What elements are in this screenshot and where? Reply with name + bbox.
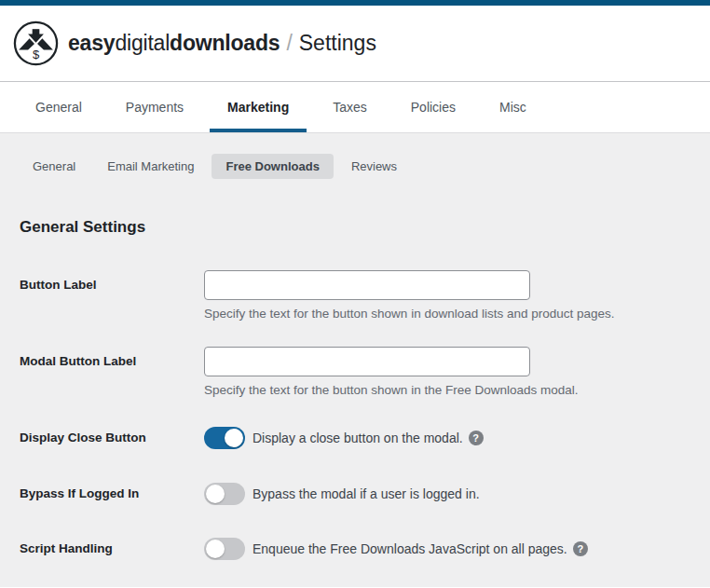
toggle-knob bbox=[225, 429, 243, 447]
help-icon[interactable]: ? bbox=[469, 431, 484, 445]
setting-row-display-close-button: Display Close Button Display a close but… bbox=[0, 427, 710, 449]
tab-policies[interactable]: Policies bbox=[393, 82, 473, 132]
setting-description: Bypass the modal if a user is logged in. bbox=[253, 486, 480, 501]
display-close-button-toggle[interactable] bbox=[204, 427, 245, 449]
setting-label: Modal Button Label bbox=[0, 347, 204, 397]
setting-row-script-handling: Script Handling Enqueue the Free Downloa… bbox=[0, 538, 710, 560]
setting-description: Specify the text for the button shown in… bbox=[204, 383, 689, 397]
setting-label: Display Close Button bbox=[0, 427, 204, 449]
subtab-general[interactable]: General bbox=[19, 154, 89, 179]
settings-subtab-bar: General Email Marketing Free Downloads R… bbox=[0, 133, 710, 194]
setting-label: Button Label bbox=[0, 270, 204, 321]
setting-description: Enqueue the Free Downloads JavaScript on… bbox=[253, 541, 567, 556]
setting-label: Script Handling bbox=[0, 538, 204, 560]
script-handling-toggle[interactable] bbox=[204, 538, 245, 560]
brand-wordmark: easydigitaldownloads bbox=[68, 31, 280, 56]
page-title: Settings bbox=[299, 31, 376, 56]
tab-taxes[interactable]: Taxes bbox=[315, 82, 385, 132]
settings-tab-bar: General Payments Marketing Taxes Policie… bbox=[0, 82, 710, 133]
subtab-email-marketing[interactable]: Email Marketing bbox=[93, 154, 208, 179]
brand-digital: digital bbox=[115, 31, 170, 55]
setting-description: Display a close button on the modal. bbox=[253, 431, 463, 445]
subtab-reviews[interactable]: Reviews bbox=[337, 154, 411, 179]
toggle-knob bbox=[206, 540, 225, 558]
setting-description: Specify the text for the button shown in… bbox=[204, 307, 689, 321]
help-icon[interactable]: ? bbox=[573, 541, 588, 556]
brand-downloads: downloads bbox=[170, 31, 280, 55]
toggle-knob bbox=[206, 485, 225, 503]
settings-content: General Email Marketing Free Downloads R… bbox=[0, 133, 710, 587]
modal-button-label-input[interactable] bbox=[204, 347, 530, 376]
bypass-if-logged-in-toggle[interactable] bbox=[204, 483, 245, 505]
button-label-input[interactable] bbox=[204, 270, 530, 300]
setting-row-button-label: Button Label Specify the text for the bu… bbox=[0, 270, 710, 321]
tab-general[interactable]: General bbox=[18, 82, 100, 132]
tab-marketing[interactable]: Marketing bbox=[210, 82, 307, 132]
tab-misc[interactable]: Misc bbox=[482, 82, 544, 132]
tab-payments[interactable]: Payments bbox=[108, 82, 201, 132]
setting-row-modal-button-label: Modal Button Label Specify the text for … bbox=[0, 347, 710, 397]
section-title: General Settings bbox=[20, 218, 710, 237]
setting-label: Bypass If Logged In bbox=[0, 483, 204, 505]
breadcrumb-separator: / bbox=[286, 31, 292, 56]
plugin-header: $ easydigitaldownloads / Settings bbox=[0, 6, 710, 82]
subtab-free-downloads[interactable]: Free Downloads bbox=[212, 154, 333, 179]
setting-row-bypass-if-logged-in: Bypass If Logged In Bypass the modal if … bbox=[0, 483, 710, 505]
brand-easy: easy bbox=[68, 31, 115, 55]
svg-text:$: $ bbox=[33, 48, 40, 62]
edd-logo-icon: $ bbox=[13, 21, 59, 66]
